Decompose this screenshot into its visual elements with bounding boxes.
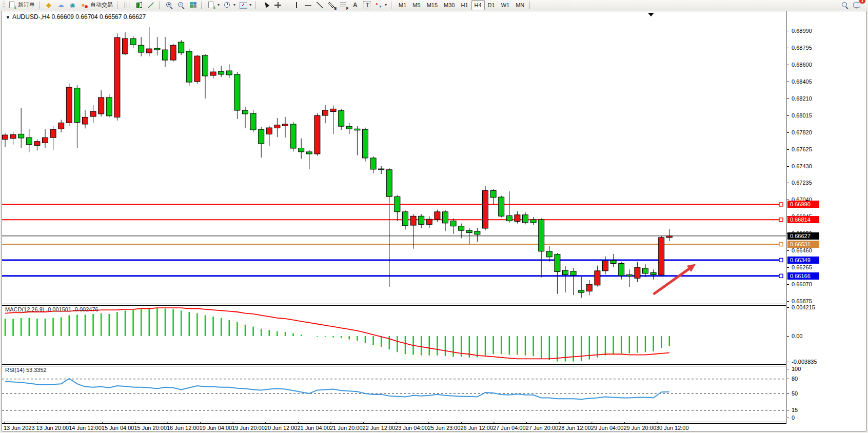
line-chart-button[interactable] xyxy=(145,0,157,10)
fibonacci-button[interactable] xyxy=(338,0,349,10)
candle-body xyxy=(635,267,640,278)
candle-body xyxy=(426,219,432,224)
macd-tick-label: -0.003835 xyxy=(792,359,817,365)
search-button[interactable] xyxy=(839,0,851,10)
candle-body xyxy=(234,74,240,110)
vertical-line-button[interactable] xyxy=(290,0,302,10)
tab-mn[interactable]: MN xyxy=(512,0,527,10)
time-axis[interactable]: 13 Jun 202313 Jun 20:0014 Jun 12:0015 Ju… xyxy=(2,424,787,432)
profile-button[interactable] xyxy=(44,0,55,10)
candle-body xyxy=(586,284,592,291)
trendline-icon xyxy=(316,2,324,9)
time-label: 13 Jun 2023 xyxy=(4,425,35,431)
ohlc-low: 0.66567 xyxy=(100,13,122,21)
text-icon xyxy=(351,2,359,9)
mt4-window: 新订单 自动交易 ▾ ▾ ▾ ▾ M1 M5 M15 M30 H1 xyxy=(0,0,868,433)
axis-tick xyxy=(787,379,789,379)
new-chart-button[interactable]: ▾ xyxy=(206,0,222,10)
price-axis[interactable]: 0.689900.687950.686000.684050.682100.680… xyxy=(787,11,865,424)
current-price-tag[interactable]: 0.66627 xyxy=(787,232,819,240)
notifications-button[interactable]: 1 xyxy=(851,0,863,10)
toolbar-separator xyxy=(286,1,288,9)
candle-body xyxy=(259,129,264,144)
candle-body xyxy=(3,135,8,139)
tab-m30[interactable]: M30 xyxy=(441,0,458,10)
candle-body xyxy=(299,148,304,151)
time-label: 20 Jun 12:00 xyxy=(265,425,298,431)
zoom-in-button[interactable] xyxy=(164,0,175,10)
candle-body xyxy=(170,45,176,60)
axis-tick xyxy=(787,362,789,362)
vertical-line-icon xyxy=(292,2,300,9)
candlestick-chart-button[interactable] xyxy=(133,0,145,10)
chart-canvas[interactable]: MACD(12,26,9) -0.001501 -0.002476RSI(14)… xyxy=(2,11,786,424)
candle-body xyxy=(266,128,272,134)
hline-endpoint[interactable] xyxy=(779,218,783,222)
channel-button[interactable] xyxy=(326,0,338,10)
auto-trading-icon xyxy=(81,2,89,9)
axis-tick xyxy=(787,369,789,369)
ohlc-open: 0.66609 xyxy=(52,13,74,21)
candle-body xyxy=(603,261,608,270)
candle-body xyxy=(123,38,128,54)
tab-w1[interactable]: W1 xyxy=(498,0,513,10)
candle-body xyxy=(394,196,400,212)
rsi-pane[interactable] xyxy=(2,379,786,410)
hline-endpoint[interactable] xyxy=(779,274,783,278)
cursor-button[interactable] xyxy=(260,0,272,10)
bar-chart-button[interactable] xyxy=(122,0,133,10)
search-icon xyxy=(841,2,849,9)
period-button[interactable]: ▾ xyxy=(222,0,238,10)
new-order-button[interactable]: 新订单 xyxy=(7,0,37,10)
symbol-dropdown-icon[interactable]: ▼ xyxy=(6,15,10,20)
text-label-button[interactable] xyxy=(361,0,373,10)
tab-m5[interactable]: M5 xyxy=(409,0,423,10)
price-tag-0.66990[interactable]: 0.66990 xyxy=(787,201,819,208)
price-tick-label: 0.68210 xyxy=(792,95,812,102)
trendline-button[interactable] xyxy=(314,0,326,10)
tile-windows-button[interactable] xyxy=(187,0,199,10)
price-tag-0.66166[interactable]: 0.66166 xyxy=(787,272,819,280)
text-button[interactable] xyxy=(349,0,361,10)
candle-body xyxy=(139,45,144,52)
notification-badge: 1 xyxy=(859,0,865,4)
price-tag-0.66531[interactable]: 0.66531 xyxy=(787,241,819,248)
toolbar-separator xyxy=(529,1,532,9)
signals-button[interactable] xyxy=(67,0,79,10)
horizontal-line-button[interactable] xyxy=(302,0,314,10)
hline-endpoint[interactable] xyxy=(779,203,783,206)
zoom-out-button[interactable] xyxy=(175,0,187,10)
candle-body xyxy=(403,212,408,226)
candle-body xyxy=(595,271,600,285)
axis-tick xyxy=(787,82,789,82)
rsi-tick-label: 50 xyxy=(792,390,798,397)
tab-h1[interactable]: H1 xyxy=(458,0,471,10)
time-label: 16 Jun 12:00 xyxy=(167,425,200,431)
crosshair-button[interactable] xyxy=(272,0,284,10)
toolbar-drag-handle[interactable] xyxy=(3,2,5,9)
auto-trading-button[interactable]: 自动交易 xyxy=(79,0,115,10)
toolbar-separator xyxy=(391,1,393,9)
ohlc-high: 0.66704 xyxy=(75,13,97,21)
hline-endpoint[interactable] xyxy=(779,258,783,262)
candles-layer[interactable] xyxy=(3,27,673,298)
candle-body xyxy=(130,38,136,45)
price-tick-label: 0.68600 xyxy=(792,62,812,68)
macd-pane[interactable] xyxy=(5,308,669,361)
tab-d1[interactable]: D1 xyxy=(485,0,498,10)
arrows-icon xyxy=(375,2,383,9)
hline-endpoint[interactable] xyxy=(779,243,783,246)
time-label: 22 Jun 12:00 xyxy=(363,425,396,431)
candle-body xyxy=(435,212,440,219)
templates-button[interactable]: ▾ xyxy=(238,0,253,10)
price-tick-label: 0.66265 xyxy=(792,264,812,270)
tab-h4[interactable]: H4 xyxy=(471,0,485,10)
time-label: 29 Jun 20:00 xyxy=(623,425,656,431)
tab-m1[interactable]: M1 xyxy=(396,0,409,10)
price-tag-0.66349[interactable]: 0.66349 xyxy=(787,257,819,264)
arrows-button[interactable]: ▾ xyxy=(373,0,389,10)
tab-m15[interactable]: M15 xyxy=(424,0,441,10)
price-tag-0.66814[interactable]: 0.66814 xyxy=(787,216,819,223)
horizontal-lines[interactable] xyxy=(2,203,783,278)
mql5-community-button[interactable] xyxy=(55,0,67,10)
